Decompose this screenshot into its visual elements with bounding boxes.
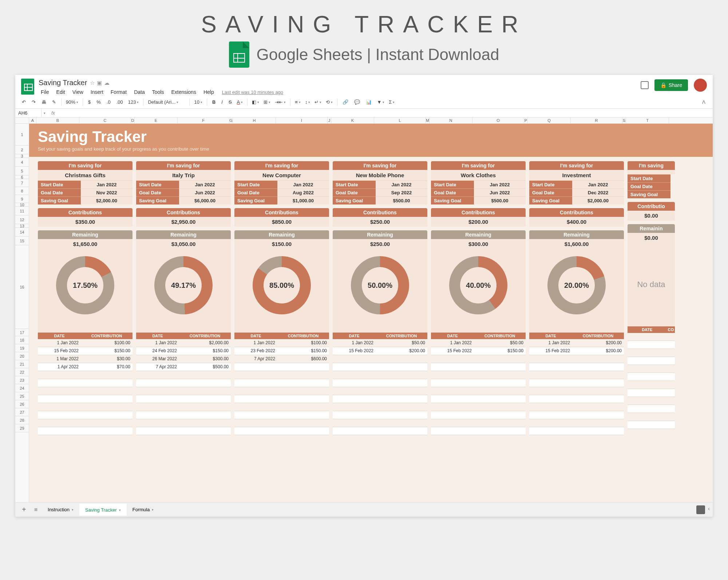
text-wrap-button[interactable]: ↵ (313, 99, 323, 106)
date-cell[interactable]: 1 Jan 2022 (234, 339, 277, 347)
table-row[interactable]: 1 Jan 2022 $50.00 (333, 339, 427, 347)
tab-menu-icon[interactable]: ▾ (72, 508, 74, 512)
cloud-icon[interactable]: ☁ (104, 80, 110, 86)
date-cell[interactable] (234, 411, 277, 419)
contribution-cell[interactable] (81, 395, 132, 403)
table-row[interactable] (529, 395, 624, 403)
contribution-cell[interactable]: $2,000.00 (179, 339, 231, 347)
format-percent-button[interactable]: % (94, 98, 103, 106)
contribution-cell[interactable] (277, 419, 329, 427)
table-row[interactable] (38, 371, 132, 379)
row-header[interactable]: 4 (15, 158, 29, 167)
table-row[interactable] (333, 379, 427, 387)
table-row[interactable]: 26 Mar 2022 $300.00 (136, 355, 231, 363)
date-cell[interactable] (431, 387, 474, 395)
table-row[interactable] (38, 411, 132, 419)
date-cell[interactable] (333, 419, 376, 427)
goal-date-value[interactable]: Sep 2022 (376, 188, 427, 196)
menu-format[interactable]: Format (108, 88, 129, 96)
table-row[interactable] (628, 357, 675, 365)
contribution-cell[interactable] (179, 419, 231, 427)
table-row[interactable]: 15 Feb 2022 $200.00 (529, 347, 624, 355)
contribution-cell[interactable] (572, 395, 624, 403)
table-row[interactable] (628, 397, 675, 405)
row-header[interactable]: 10 (15, 203, 29, 207)
insert-comment-button[interactable]: 💬 (352, 98, 362, 106)
contribution-cell[interactable]: $300.00 (179, 355, 231, 363)
table-row[interactable]: 1 Jan 2022 $200.00 (529, 339, 624, 347)
saving-goal-value[interactable]: $500.00 (474, 196, 526, 204)
date-cell[interactable] (628, 397, 670, 405)
date-cell[interactable]: 26 Mar 2022 (136, 355, 179, 363)
print-icon[interactable]: 🖶 (39, 98, 48, 106)
table-row[interactable] (431, 355, 526, 363)
date-cell[interactable] (38, 379, 81, 387)
date-cell[interactable] (628, 381, 670, 389)
paint-format-icon[interactable]: ✎ (50, 98, 58, 106)
date-cell[interactable] (529, 371, 572, 379)
menu-insert[interactable]: Insert (88, 88, 106, 96)
date-cell[interactable] (333, 427, 376, 435)
date-cell[interactable] (333, 371, 376, 379)
row-header[interactable]: 12 (15, 215, 29, 224)
date-cell[interactable] (136, 387, 179, 395)
table-row[interactable] (431, 379, 526, 387)
table-row[interactable] (333, 395, 427, 403)
table-row[interactable] (234, 363, 329, 371)
contribution-cell[interactable]: $500.00 (179, 363, 231, 371)
column-header[interactable]: K (331, 118, 374, 123)
table-row[interactable]: 15 Feb 2022 $150.00 (38, 347, 132, 355)
date-cell[interactable]: 15 Feb 2022 (431, 347, 474, 355)
contribution-cell[interactable] (277, 387, 329, 395)
table-row[interactable]: 15 Feb 2022 $150.00 (431, 347, 526, 355)
contribution-cell[interactable] (572, 355, 624, 363)
date-cell[interactable]: 1 Jan 2022 (431, 339, 474, 347)
date-cell[interactable] (234, 427, 277, 435)
menu-data[interactable]: Data (132, 88, 147, 96)
table-row[interactable]: 1 Jan 2022 $2,000.00 (136, 339, 231, 347)
date-cell[interactable]: 15 Feb 2022 (333, 347, 376, 355)
contribution-cell[interactable] (179, 427, 231, 435)
contribution-cell[interactable] (572, 387, 624, 395)
date-cell[interactable]: 1 Jan 2022 (136, 339, 179, 347)
table-row[interactable] (529, 403, 624, 411)
row-header[interactable]: 13 (15, 224, 29, 228)
contribution-cell[interactable] (81, 387, 132, 395)
insert-link-button[interactable]: 🔗 (340, 98, 351, 106)
date-cell[interactable] (628, 333, 670, 341)
date-cell[interactable] (529, 355, 572, 363)
date-cell[interactable]: 1 Jan 2022 (333, 339, 376, 347)
table-row[interactable] (136, 411, 231, 419)
date-cell[interactable]: 1 Jan 2022 (38, 339, 81, 347)
column-header[interactable]: G (229, 118, 233, 123)
goal-name[interactable]: Investment (529, 170, 624, 180)
date-cell[interactable] (431, 355, 474, 363)
contribution-cell[interactable]: $100.00 (277, 339, 329, 347)
contribution-cell[interactable]: $200.00 (572, 347, 624, 355)
column-header[interactable]: S (622, 118, 626, 123)
contribution-cell[interactable] (81, 419, 132, 427)
menu-help[interactable]: Help (201, 88, 216, 96)
date-cell[interactable] (628, 357, 670, 365)
contribution-cell[interactable] (277, 427, 329, 435)
date-cell[interactable] (628, 405, 670, 413)
star-icon[interactable]: ☆ (90, 80, 95, 86)
date-cell[interactable]: 1 Jan 2022 (529, 339, 572, 347)
contribution-cell[interactable] (376, 395, 427, 403)
start-date-value[interactable]: Jan 2022 (376, 180, 427, 188)
undo-icon[interactable]: ↶ (20, 98, 28, 106)
row-header[interactable]: 20 (15, 352, 29, 360)
strikethrough-button[interactable]: S (226, 98, 234, 106)
contribution-cell[interactable] (277, 379, 329, 387)
contribution-cell[interactable] (179, 395, 231, 403)
date-cell[interactable] (529, 395, 572, 403)
table-row[interactable] (38, 403, 132, 411)
table-row[interactable] (333, 363, 427, 371)
goal-name[interactable]: Christmas Gifts (38, 170, 132, 180)
table-row[interactable]: 7 Apr 2022 $600.00 (234, 355, 329, 363)
sheet-tab[interactable]: Formula▾ (127, 504, 160, 516)
row-header[interactable]: 1 (15, 124, 29, 146)
contribution-cell[interactable] (376, 411, 427, 419)
date-cell[interactable] (628, 341, 670, 349)
column-header[interactable]: R (571, 118, 622, 123)
